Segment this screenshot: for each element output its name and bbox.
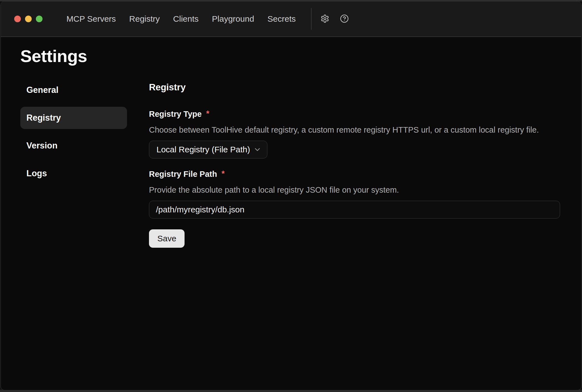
zoom-button[interactable]: [36, 16, 43, 22]
section-title: Registry: [149, 82, 560, 93]
registry-type-label: Registry Type: [149, 109, 202, 119]
registry-type-description: Choose between ToolHive default registry…: [149, 125, 560, 135]
required-asterisk: *: [222, 168, 225, 178]
titlebar: MCP Servers Registry Clients Playground …: [1, 1, 581, 37]
sidebar-item-version[interactable]: Version: [20, 135, 127, 157]
close-button[interactable]: [14, 16, 21, 22]
sidebar-item-logs[interactable]: Logs: [20, 162, 127, 185]
settings-gear-button[interactable]: [319, 13, 331, 25]
settings-sidebar: General Registry Version Logs: [20, 79, 127, 185]
help-button[interactable]: [338, 13, 350, 25]
registry-file-path-input[interactable]: [149, 201, 560, 219]
main-nav: MCP Servers Registry Clients Playground …: [66, 14, 296, 24]
required-asterisk: *: [206, 108, 209, 118]
nav-item-playground[interactable]: Playground: [212, 14, 254, 24]
minimize-button[interactable]: [25, 16, 32, 22]
registry-type-select[interactable]: Local Registry (File Path): [149, 141, 267, 158]
titlebar-divider: [311, 8, 312, 30]
nav-item-clients[interactable]: Clients: [173, 14, 199, 24]
help-icon: [340, 14, 349, 24]
registry-type-selected-value: Local Registry (File Path): [156, 145, 250, 154]
registry-file-path-label: Registry File Path: [149, 169, 217, 179]
settings-page: Settings General Registry Version Logs R…: [1, 47, 581, 248]
app-window: MCP Servers Registry Clients Playground …: [1, 1, 581, 390]
sidebar-item-registry[interactable]: Registry: [20, 107, 127, 129]
nav-item-secrets[interactable]: Secrets: [267, 14, 296, 24]
traffic-lights: [14, 16, 43, 22]
nav-item-registry[interactable]: Registry: [129, 14, 160, 24]
page-title: Settings: [20, 47, 560, 65]
registry-file-path-description: Provide the absolute path to a local reg…: [149, 185, 560, 195]
save-button[interactable]: Save: [149, 229, 185, 248]
nav-item-mcp-servers[interactable]: MCP Servers: [66, 14, 116, 24]
chevron-down-icon: [253, 145, 262, 154]
sidebar-item-general[interactable]: General: [20, 79, 127, 101]
settings-gear-icon: [320, 14, 329, 24]
registry-settings-panel: Registry Registry Type * Choose between …: [149, 79, 560, 248]
